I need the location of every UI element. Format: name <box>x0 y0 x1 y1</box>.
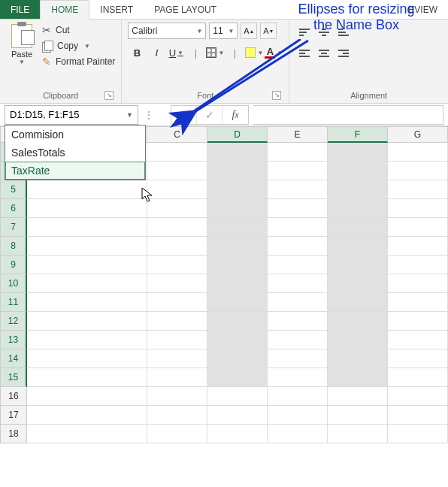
cell[interactable] <box>207 425 268 443</box>
tab-file[interactable]: FILE <box>0 0 40 19</box>
cell[interactable] <box>388 180 448 199</box>
cell[interactable] <box>207 274 268 293</box>
cell[interactable] <box>388 199 448 218</box>
cell[interactable] <box>388 162 448 180</box>
col-header-f[interactable]: F <box>328 126 388 143</box>
cell[interactable] <box>328 256 388 274</box>
cell[interactable] <box>268 368 328 387</box>
cell[interactable] <box>268 406 328 425</box>
cell[interactable] <box>147 143 207 162</box>
cell[interactable] <box>147 312 207 331</box>
chevron-down-icon[interactable]: ▼ <box>84 43 90 50</box>
cell[interactable] <box>207 331 268 349</box>
cell[interactable] <box>268 331 328 349</box>
col-header-d[interactable]: D <box>207 126 268 143</box>
cell[interactable] <box>207 368 268 387</box>
grow-font-button[interactable]: A▲ <box>241 23 257 39</box>
row-header[interactable]: 5 <box>0 180 27 199</box>
cell[interactable] <box>147 162 207 180</box>
tab-home[interactable]: HOME <box>40 0 89 20</box>
cell[interactable] <box>268 199 328 218</box>
cell[interactable] <box>207 162 268 180</box>
cell[interactable] <box>207 180 268 199</box>
row-header[interactable]: 10 <box>0 274 27 293</box>
insert-function-button[interactable]: fx <box>222 106 248 124</box>
cell[interactable] <box>147 256 207 274</box>
cancel-formula-button[interactable]: ✕ <box>171 106 197 124</box>
formula-input[interactable] <box>253 105 443 125</box>
cell[interactable] <box>147 180 207 199</box>
cell[interactable] <box>328 143 388 162</box>
cell[interactable] <box>328 406 388 425</box>
cell[interactable] <box>268 274 328 293</box>
cell[interactable] <box>147 425 207 443</box>
row-header[interactable]: 17 <box>0 406 27 425</box>
bold-button[interactable]: B <box>128 44 146 62</box>
row-header[interactable]: 18 <box>0 425 27 443</box>
row-header[interactable]: 7 <box>0 218 27 237</box>
dialog-launcher-icon[interactable]: ↘ <box>104 91 114 100</box>
cell[interactable] <box>207 143 268 162</box>
cell[interactable] <box>147 368 207 387</box>
cell[interactable] <box>388 256 448 274</box>
cell[interactable] <box>328 368 388 387</box>
format-painter-button[interactable]: ✎ Format Painter <box>42 56 115 68</box>
cell[interactable] <box>328 387 388 406</box>
cell[interactable] <box>147 293 207 312</box>
row-header[interactable]: 9 <box>0 256 27 274</box>
cell[interactable] <box>268 162 328 180</box>
paste-button[interactable]: Paste ▼ <box>6 23 38 65</box>
cell[interactable] <box>207 218 268 237</box>
row-header[interactable]: 16 <box>0 387 27 406</box>
cell[interactable] <box>147 274 207 293</box>
cell[interactable] <box>328 274 388 293</box>
tab-insert[interactable]: INSERT <box>89 0 144 19</box>
row-header[interactable]: 15 <box>0 368 27 387</box>
align-left-button[interactable] <box>295 45 313 62</box>
font-name-combo[interactable]: Calibri ▼ <box>128 23 206 39</box>
namebox-resize-handle[interactable]: ⋮ <box>143 110 154 120</box>
cell[interactable] <box>268 349 328 368</box>
align-center-button[interactable] <box>315 45 333 62</box>
tab-page-layout[interactable]: PAGE LAYOUT <box>144 0 227 19</box>
cell[interactable] <box>268 293 328 312</box>
cell[interactable] <box>147 331 207 349</box>
enter-formula-button[interactable]: ✓ <box>197 106 222 124</box>
cell[interactable] <box>388 349 448 368</box>
cell[interactable] <box>147 387 207 406</box>
name-option-salestotals[interactable]: SalesTotals <box>5 144 145 162</box>
shrink-font-button[interactable]: A▼ <box>260 23 277 39</box>
cell[interactable] <box>388 274 448 293</box>
row-header[interactable]: 12 <box>0 312 27 331</box>
cell[interactable] <box>388 293 448 312</box>
row-header[interactable]: 6 <box>0 199 27 218</box>
align-right-button[interactable] <box>334 45 353 62</box>
cell[interactable] <box>268 425 328 443</box>
chevron-down-icon[interactable]: ▼ <box>19 59 25 65</box>
cell[interactable] <box>328 349 388 368</box>
cell[interactable] <box>268 180 328 199</box>
cell[interactable] <box>268 387 328 406</box>
cell[interactable] <box>207 256 268 274</box>
cell[interactable] <box>328 199 388 218</box>
cell[interactable] <box>328 293 388 312</box>
col-header-c[interactable]: C <box>147 126 207 143</box>
cell[interactable] <box>328 425 388 443</box>
cell[interactable] <box>147 406 207 425</box>
cell[interactable] <box>388 312 448 331</box>
name-option-commision[interactable]: Commision <box>5 126 145 144</box>
copy-button[interactable]: Copy ▼ <box>42 41 115 51</box>
row-header[interactable]: 11 <box>0 293 27 312</box>
cell[interactable] <box>207 349 268 368</box>
cell[interactable] <box>207 312 268 331</box>
row-header[interactable]: 8 <box>0 237 27 256</box>
cell[interactable] <box>388 237 448 256</box>
col-header-g[interactable]: G <box>388 126 448 143</box>
cell[interactable] <box>207 293 268 312</box>
col-header-e[interactable]: E <box>268 126 328 143</box>
cell[interactable] <box>147 349 207 368</box>
cell[interactable] <box>388 218 448 237</box>
name-box[interactable]: D1:D15, F1:F15 ▼ <box>5 105 138 125</box>
cell[interactable] <box>388 387 448 406</box>
dialog-launcher-icon[interactable]: ↘ <box>272 91 281 100</box>
